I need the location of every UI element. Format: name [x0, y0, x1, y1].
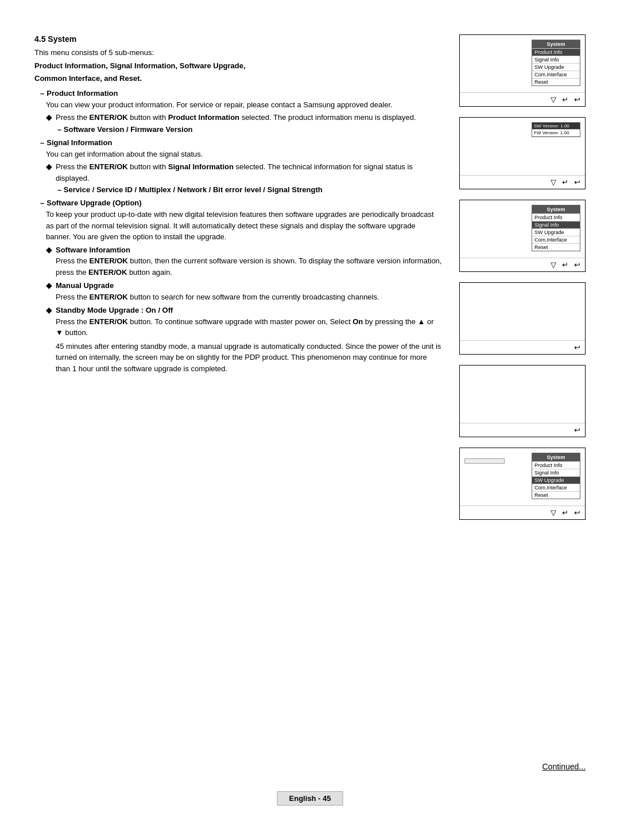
signal-info-label: Signal Information [46, 138, 112, 147]
return-icon: ↩ [574, 508, 580, 517]
down-arrow-icon: ▽ [551, 260, 556, 269]
bold-menus2: Common Interface, and Reset. [34, 74, 142, 83]
sw-info-content: Software Inforamtion Press the ENTER/OK … [56, 244, 442, 278]
menu-row: Signal Info [532, 56, 580, 63]
bold-menus: Product Information, Signal Information,… [34, 61, 246, 70]
bullet-diamond: ◆ [46, 245, 52, 254]
return-icon: ↩ [574, 178, 580, 186]
menu-row-hl: Signal Info [532, 221, 580, 228]
menu-block-6: System Product Info Signal Info SW Upgra… [532, 453, 580, 499]
sw-upgrade-label: Software Upgrade (Option) [46, 199, 141, 207]
return-icon: ↩ [574, 95, 580, 104]
manual-upgrade-bullet: ◆ Manual Upgrade Press the ENTER/OK butt… [46, 280, 442, 302]
content-wrapper: 4.5 System This menu consists of 5 sub-m… [34, 34, 586, 530]
continued-link: Continued... [542, 762, 586, 771]
section-heading: 4.5 System [34, 34, 442, 44]
menu-block-3: System Product Info Signal Info SW Upgra… [532, 205, 580, 251]
menu-row: Reset [532, 243, 580, 251]
sw-version-label: – Software Version / Firmware Version [57, 125, 442, 134]
menu-row-hl: Product Info [532, 48, 580, 56]
product-info-bullet1: ◆ Press the ENTER/OK button with Product… [46, 112, 442, 123]
sub-bar [464, 458, 505, 464]
standby-upgrade-bullet: ◆ Standby Mode Upgrade : On / Off Press … [46, 305, 442, 374]
manual-upgrade-label: Manual Upgrade [56, 280, 379, 291]
return-icon: ↩ [574, 343, 580, 352]
menu-list-bold2: Common Interface, and Reset. [34, 73, 442, 84]
sw-info-body: Press the ENTER/OK button, then the curr… [56, 255, 442, 278]
footer-label: English - 45 [289, 794, 331, 803]
manual-upgrade-body: Press the ENTER/OK button to search for … [56, 291, 379, 303]
section-number: 4.5 [34, 34, 45, 44]
sw-upgrade-body: To keep your product up-to-date with new… [46, 209, 442, 243]
menu-row: Reset [532, 78, 580, 85]
menu-row: Reset [532, 491, 580, 499]
bullet-text: Press the ENTER/OK button with Product I… [56, 112, 416, 123]
bullet-diamond: ◆ [46, 305, 52, 314]
diag6-screen: System Product Info Signal Info SW Upgra… [460, 448, 585, 505]
product-info-label: Product Information [46, 89, 118, 98]
menu-header: System [532, 205, 580, 213]
diagram-4: ↩ [459, 282, 586, 355]
sw-upgrade-heading: – Software Upgrade (Option) [40, 199, 442, 207]
diag3-controls: ▽ ↵ ↩ [460, 258, 585, 271]
sub-info-row: FW Version: 1.00 [532, 130, 580, 137]
bullet-diamond: ◆ [46, 281, 52, 290]
diag2-screen: SW Version: 1.00 FW Version: 1.00 [460, 118, 585, 175]
menu-row: SW Upgrade [532, 63, 580, 71]
standby-upgrade-label: Standby Mode Upgrade : On / Off [56, 305, 442, 316]
manual-upgrade-content: Manual Upgrade Press the ENTER/OK button… [56, 280, 379, 302]
product-info-section: – Product Information You can view your … [40, 89, 442, 134]
diag4-screen [460, 283, 585, 340]
diagram-5: ↩ [459, 365, 586, 437]
diag3-screen: System Product Info Signal Info SW Upgra… [460, 200, 585, 258]
down-arrow-icon: ▽ [551, 95, 556, 104]
signal-info-section: – Signal Information You can get informa… [40, 138, 442, 195]
menu-list-bold: Product Information, Signal Information,… [34, 60, 442, 72]
text-column: 4.5 System This menu consists of 5 sub-m… [34, 34, 442, 376]
sub-info-row-hl: SW Version: 1.00 [532, 123, 580, 130]
menu-row: Com.Interface [532, 484, 580, 491]
signal-info-bullet1: ◆ Press the ENTER/OK button with Signal … [46, 161, 442, 184]
page-container: 4.5 System This menu consists of 5 sub-m… [0, 0, 620, 840]
service-label: – Service / Service ID / Multiplex / Net… [57, 185, 442, 194]
menu-row: Com.Interface [532, 236, 580, 243]
diagram-2: SW Version: 1.00 FW Version: 1.00 ▽ ↵ ↩ [459, 117, 586, 189]
signal-info-heading: – Signal Information [40, 138, 442, 147]
bullet-text: Press the ENTER/OK button with Signal In… [56, 161, 442, 184]
menu-row: Signal Info [532, 469, 580, 476]
sw-info-label: Software Inforamtion [56, 244, 442, 256]
down-arrow-icon: ▽ [551, 508, 556, 517]
enter-icon: ↵ [562, 95, 568, 104]
intro-text: This menu consists of 5 sub-menus: [34, 47, 442, 59]
diagram-6: System Product Info Signal Info SW Upgra… [459, 448, 586, 520]
signal-info-body: You can get information about the signal… [46, 149, 442, 160]
bullet-diamond: ◆ [46, 112, 52, 122]
menu-block-1: System Product Info Signal Info SW Upgra… [532, 40, 580, 86]
product-info-body: You can view your product information. F… [46, 99, 442, 111]
diagram-1: System Product Info Signal Info SW Upgra… [459, 34, 586, 107]
menu-row: Com.Interface [532, 71, 580, 78]
enter-icon: ↵ [562, 260, 568, 269]
diag1-screen: System Product Info Signal Info SW Upgra… [460, 35, 585, 92]
menu-header: System [532, 40, 580, 48]
continued-text: Continued... [542, 762, 586, 771]
diag5-controls: ↩ [460, 423, 585, 437]
diagrams-column: System Product Info Signal Info SW Upgra… [459, 34, 586, 530]
sw-info-bullet: ◆ Software Inforamtion Press the ENTER/O… [46, 244, 442, 278]
section-title: System [48, 34, 76, 44]
diag2-controls: ▽ ↵ ↩ [460, 175, 585, 189]
menu-row: SW Upgrade [532, 228, 580, 236]
section-intro: This menu consists of 5 sub-menus: [34, 48, 154, 57]
return-icon: ↩ [574, 260, 580, 269]
menu-row-hl: SW Upgrade [532, 476, 580, 484]
menu-row: Product Info [532, 461, 580, 469]
standby-upgrade-body2: 45 minutes after entering standby mode, … [56, 341, 442, 375]
sub-info-box: SW Version: 1.00 FW Version: 1.00 [532, 122, 580, 137]
sw-upgrade-section: – Software Upgrade (Option) To keep your… [40, 199, 442, 374]
diag6-controls: ▽ ↵ ↩ [460, 505, 585, 519]
product-info-heading: – Product Information [40, 89, 442, 98]
diag1-controls: ▽ ↵ ↩ [460, 92, 585, 106]
diag4-controls: ↩ [460, 340, 585, 354]
enter-icon: ↵ [562, 178, 568, 186]
return-icon: ↩ [574, 426, 580, 434]
